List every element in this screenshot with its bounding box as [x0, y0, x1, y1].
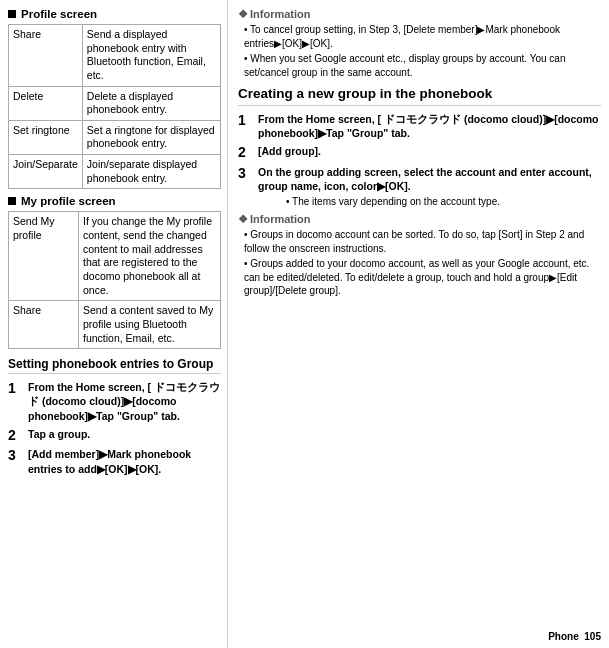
step-text: On the group adding screen, select the a… — [258, 165, 601, 193]
info-title-2: Information — [238, 213, 601, 226]
my-profile-screen-header: My profile screen — [8, 195, 221, 207]
step-text-wrapper: [Add group]. — [258, 144, 601, 158]
table-cell-action: Send My profile — [9, 212, 79, 301]
step-text: From the Home screen, [ ドコモクラウド (docomo … — [28, 380, 221, 423]
step-row: 2Tap a group. — [8, 427, 221, 444]
step-row: 1From the Home screen, [ ドコモクラウド (docomo… — [238, 112, 601, 140]
table-cell-description: Join/separate displayed phonebook entry. — [82, 155, 220, 189]
black-square-icon2 — [8, 197, 16, 205]
my-profile-table: Send My profileIf you change the My prof… — [8, 211, 221, 349]
table-cell-action: Share — [9, 25, 83, 87]
footer-page: 105 — [584, 631, 601, 642]
info-bullets-2: Groups in docomo account can be sorted. … — [238, 228, 601, 298]
step-text: [Add group]. — [258, 144, 601, 158]
table-cell-description: Send a content saved to My profile using… — [79, 301, 221, 349]
step-row: 3[Add member]▶Mark phonebook entries to … — [8, 447, 221, 475]
left-steps: 1From the Home screen, [ ドコモクラウド (docomo… — [8, 380, 221, 476]
step-row: 3On the group adding screen, select the … — [238, 165, 601, 208]
info-bullet: To cancel group setting, in Step 3, [Del… — [244, 23, 601, 50]
info-bullets-1: To cancel group setting, in Step 3, [Del… — [238, 23, 601, 79]
table-cell-description: Send a displayed phonebook entry with Bl… — [82, 25, 220, 87]
step-text: Tap a group. — [28, 427, 221, 441]
right-steps: 1From the Home screen, [ ドコモクラウド (docomo… — [238, 112, 601, 208]
info-title-1: Information — [238, 8, 601, 21]
step-text-wrapper: From the Home screen, [ ドコモクラウド (docomo … — [258, 112, 601, 140]
profile-table: ShareSend a displayed phonebook entry wi… — [8, 24, 221, 189]
table-cell-description: Delete a displayed phonebook entry. — [82, 86, 220, 120]
table-cell-description: If you change the My profile content, se… — [79, 212, 221, 301]
table-cell-action: Join/Separate — [9, 155, 83, 189]
footer-label: Phone — [548, 631, 579, 642]
step-text: [Add member]▶Mark phonebook entries to a… — [28, 447, 221, 475]
profile-screen-header: Profile screen — [8, 8, 221, 20]
step-row: 1From the Home screen, [ ドコモクラウド (docomo… — [8, 380, 221, 423]
left-column: Profile screen ShareSend a displayed pho… — [0, 0, 228, 648]
info-box-2: Information Groups in docomo account can… — [238, 213, 601, 298]
table-cell-action: Share — [9, 301, 79, 349]
page-footer: Phone 105 — [548, 631, 601, 642]
setting-heading: Setting phonebook entries to Group — [8, 357, 221, 374]
right-column: Information To cancel group setting, in … — [228, 0, 609, 648]
step-text: From the Home screen, [ ドコモクラウド (docomo … — [258, 112, 601, 140]
info-bullet: When you set Google account etc., displa… — [244, 52, 601, 79]
step-text-wrapper: On the group adding screen, select the a… — [258, 165, 601, 208]
step-number: 1 — [8, 380, 24, 397]
black-square-icon — [8, 10, 16, 18]
new-group-heading: Creating a new group in the phonebook — [238, 85, 601, 106]
step-sub-bullet: The items vary depending on the account … — [286, 195, 601, 208]
info-box-1: Information To cancel group setting, in … — [238, 8, 601, 79]
step-number: 3 — [238, 165, 254, 182]
info-bullet: Groups added to your docomo account, as … — [244, 257, 601, 298]
info-bullet: Groups in docomo account can be sorted. … — [244, 228, 601, 255]
table-cell-action: Delete — [9, 86, 83, 120]
step-number: 2 — [238, 144, 254, 161]
step-number: 3 — [8, 447, 24, 464]
table-cell-description: Set a ringtone for displayed phonebook e… — [82, 120, 220, 154]
table-cell-action: Set ringtone — [9, 120, 83, 154]
step-row: 2[Add group]. — [238, 144, 601, 161]
step-number: 2 — [8, 427, 24, 444]
step-number: 1 — [238, 112, 254, 129]
